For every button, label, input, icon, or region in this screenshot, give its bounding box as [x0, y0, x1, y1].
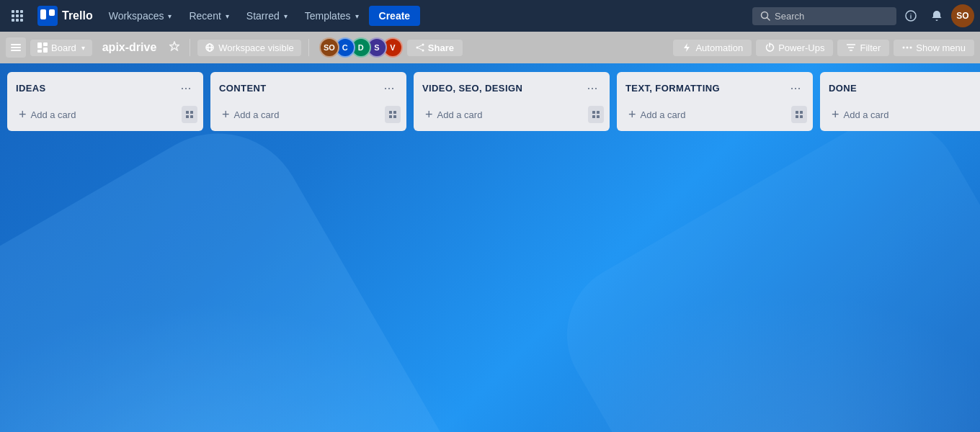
list-content: CONTENT ··· + Add a card	[210, 72, 406, 131]
workspaces-button[interactable]: Workspaces ▾	[102, 6, 179, 26]
svg-marker-23	[170, 42, 179, 50]
svg-line-31	[418, 48, 422, 50]
bell-icon	[931, 10, 943, 22]
list-menu-button[interactable]: ···	[787, 79, 804, 96]
workspace-visible-button[interactable]: Workspace visible	[197, 40, 301, 56]
svg-rect-47	[592, 111, 595, 114]
svg-rect-43	[389, 111, 392, 114]
board-icon	[37, 42, 48, 53]
chevron-down-icon: ▾	[355, 12, 359, 20]
svg-rect-48	[597, 111, 600, 114]
list-title: TEXT, FORMATTING	[625, 83, 720, 94]
templates-button[interactable]: Templates ▾	[298, 6, 366, 26]
list-header: CONTENT ···	[216, 78, 401, 98]
divider	[190, 39, 190, 56]
chevron-down-icon: ▾	[81, 44, 85, 52]
board-type-button[interactable]: Board ▾	[30, 40, 92, 56]
add-card-create-button[interactable]	[182, 106, 197, 123]
template-icon	[795, 110, 803, 119]
add-card-label: Add a card	[437, 109, 483, 120]
add-card-button[interactable]: + Add a card	[216, 104, 385, 125]
svg-marker-32	[684, 43, 690, 52]
svg-rect-19	[37, 42, 42, 48]
plus-icon: +	[425, 108, 433, 121]
divider-2	[308, 39, 309, 56]
lightning-icon	[682, 42, 692, 53]
list-header: TEXT, FORMATTING ···	[623, 78, 807, 98]
svg-rect-17	[11, 47, 21, 48]
sidebar-toggle-button[interactable]	[6, 37, 26, 58]
list-text-formatting: TEXT, FORMATTING ··· + Add a card	[617, 72, 813, 131]
svg-rect-53	[796, 115, 798, 118]
svg-rect-1	[16, 10, 19, 13]
template-icon	[592, 110, 600, 119]
power-ups-button[interactable]: Power-Ups	[756, 40, 833, 56]
svg-rect-6	[12, 19, 14, 22]
add-card-button[interactable]: + Add a card	[623, 104, 791, 125]
board-title[interactable]: apix-drive	[97, 38, 163, 57]
trello-logo[interactable]: Trello	[32, 6, 99, 26]
recent-button[interactable]: Recent ▾	[182, 6, 236, 26]
grid-icon-button[interactable]	[6, 4, 29, 27]
chevron-down-icon: ▾	[168, 12, 172, 20]
template-icon	[185, 110, 194, 119]
plus-icon: +	[628, 108, 636, 121]
add-card-label: Add a card	[234, 109, 280, 120]
workspace-icon	[205, 42, 215, 53]
create-button[interactable]: Create	[369, 6, 421, 26]
svg-rect-8	[20, 19, 23, 22]
svg-point-36	[903, 47, 905, 49]
list-menu-button[interactable]: ···	[584, 79, 601, 96]
list-menu-button[interactable]: ···	[177, 79, 195, 96]
notification-icon-button[interactable]	[925, 4, 948, 27]
star-button[interactable]	[166, 38, 182, 57]
svg-line-13	[767, 18, 770, 21]
list-header: IDEAS ···	[13, 78, 197, 98]
add-card-button[interactable]: + Add a card	[419, 104, 588, 125]
info-icon: i	[905, 10, 917, 22]
menu-icon	[902, 42, 912, 53]
add-card-create-button[interactable]	[791, 106, 807, 123]
automation-button[interactable]: Automation	[673, 40, 752, 56]
svg-rect-3	[12, 14, 14, 17]
sidebar-icon	[11, 42, 21, 53]
svg-rect-21	[37, 50, 42, 53]
filter-button[interactable]: Filter	[837, 40, 889, 56]
starred-button[interactable]: Starred ▾	[239, 6, 295, 26]
show-menu-button[interactable]: Show menu	[894, 40, 974, 56]
user-avatar[interactable]: SO	[951, 4, 974, 27]
info-icon-button[interactable]: i	[899, 4, 922, 27]
svg-rect-46	[393, 115, 396, 118]
svg-rect-54	[800, 115, 803, 118]
add-card-create-button[interactable]	[385, 106, 401, 123]
svg-point-29	[422, 50, 424, 52]
board-nav: Board ▾ apix-drive Workspace visible	[0, 32, 980, 63]
svg-rect-51	[796, 111, 798, 114]
search-bar[interactable]: Search	[752, 7, 896, 25]
board-nav-right: Automation Power-Ups Filter	[673, 40, 974, 56]
board-nav-left: Board ▾ apix-drive Workspace visible	[6, 37, 463, 58]
add-card-row: + Add a card	[419, 104, 604, 125]
add-card-button[interactable]: + Add a card	[13, 104, 182, 125]
share-icon	[416, 43, 424, 52]
add-card-row: + Add a card	[826, 104, 980, 125]
star-icon	[169, 41, 179, 51]
svg-point-37	[906, 47, 909, 49]
list-menu-button[interactable]: ···	[380, 79, 398, 96]
filter-icon	[846, 42, 856, 53]
list-title: CONTENT	[219, 83, 267, 94]
search-icon	[760, 11, 770, 21]
share-button[interactable]: Share	[407, 40, 463, 56]
power-icon	[765, 42, 775, 53]
svg-rect-52	[800, 111, 803, 114]
add-card-label: Add a card	[641, 109, 686, 120]
svg-rect-18	[11, 50, 21, 51]
add-card-create-button[interactable]	[588, 106, 604, 123]
add-card-button[interactable]: + Add a card	[826, 104, 980, 125]
board-background: IDEAS ··· + Add a card	[0, 63, 980, 432]
list-header: DONE ···	[826, 78, 980, 98]
svg-rect-49	[592, 115, 595, 118]
svg-rect-20	[43, 42, 48, 46]
member-avatar-so[interactable]: SO	[319, 37, 339, 58]
svg-rect-45	[389, 115, 392, 118]
